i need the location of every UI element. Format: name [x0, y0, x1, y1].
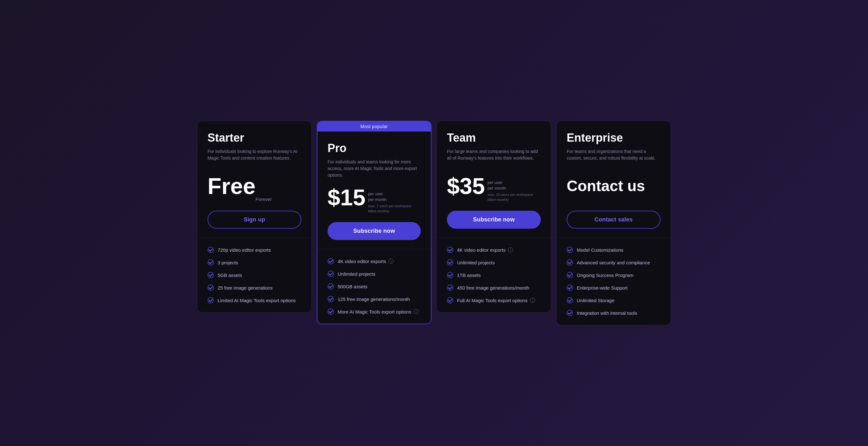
- plan-price-enterprise: Contact us: [567, 175, 660, 203]
- price-max-users-pro: max. 7 users per workspacebilled monthly: [368, 204, 411, 213]
- feature-text: Ongoing Success Program: [577, 273, 633, 278]
- plan-button-pro[interactable]: Subscribe now: [328, 222, 421, 240]
- check-circle-icon: [447, 259, 453, 266]
- feature-label: 125 free image generations/month: [338, 297, 410, 302]
- feature-item: More AI Magic Tools export options i: [328, 308, 421, 315]
- check-circle-icon: [567, 247, 573, 253]
- feature-item: 1TB assets: [447, 272, 541, 278]
- feature-label: 4K video editor exports: [457, 247, 505, 253]
- price-per-user-team: per userper month: [487, 180, 533, 191]
- price-amount-pro: $15: [328, 186, 366, 209]
- check-icon: [447, 247, 453, 253]
- feature-label: 3 projects: [218, 260, 238, 265]
- check-icon: [328, 258, 334, 264]
- feature-text: Unlimited projects: [338, 271, 375, 277]
- check-icon: [208, 272, 214, 278]
- check-icon: [567, 259, 573, 266]
- check-circle-icon: [447, 284, 453, 291]
- feature-label: Model Customizations: [577, 247, 623, 253]
- feature-label: Unlimited projects: [338, 271, 375, 277]
- check-icon: [208, 259, 214, 266]
- price-per-user-pro: per userper month: [368, 191, 411, 203]
- popular-badge: Most popular: [317, 122, 431, 132]
- check-circle-icon: [447, 272, 453, 278]
- feature-label: Advanced security and compliance: [577, 260, 650, 265]
- check-icon: [447, 259, 453, 266]
- check-circle-icon: [328, 283, 334, 289]
- plan-description-pro: For individuals and teams looking for mo…: [328, 159, 421, 178]
- feature-label: 5GB assets: [218, 273, 242, 278]
- feature-label: 4K video editor exports: [338, 259, 386, 264]
- check-icon: [328, 296, 334, 302]
- feature-label: Unlimited projects: [457, 260, 495, 265]
- feature-text: 1TB assets: [457, 273, 481, 278]
- check-icon: [208, 284, 214, 291]
- check-circle-icon: [328, 308, 334, 315]
- feature-text: 4K video editor exports i: [457, 247, 513, 253]
- check-icon: [328, 283, 334, 289]
- check-circle-icon: [567, 284, 573, 291]
- check-circle-icon: [328, 258, 334, 264]
- feature-text: Integration with internal tools: [577, 310, 637, 316]
- feature-label: Unlimited Storage: [577, 298, 614, 303]
- price-label-starter: Forever: [255, 194, 272, 202]
- plan-description-enterprise: For teams and organizations that need a …: [567, 148, 660, 167]
- plan-price-team: $35 per userper month max. 15 users per …: [447, 175, 541, 203]
- feature-text: 500GB assets: [338, 284, 367, 289]
- plan-features-starter: 720p video editor exports 3 projects 5GB…: [197, 238, 311, 312]
- plan-top-pro: ProFor individuals and teams looking for…: [317, 132, 431, 249]
- check-circle-icon: [447, 297, 453, 303]
- check-circle-icon: [567, 259, 573, 266]
- check-icon: [447, 272, 453, 278]
- feature-item: Unlimited projects: [328, 271, 421, 277]
- price-contact-enterprise: Contact us: [567, 175, 645, 194]
- feature-label: 450 free image generations/month: [457, 285, 529, 290]
- feature-item: 5GB assets: [208, 272, 301, 278]
- plan-button-team[interactable]: Subscribe now: [447, 211, 541, 229]
- price-amount-team: $35: [447, 175, 485, 198]
- feature-item: 720p video editor exports: [208, 247, 301, 253]
- check-icon: [567, 310, 573, 316]
- check-circle-icon: [328, 296, 334, 302]
- feature-item: 500GB assets: [328, 283, 421, 289]
- feature-text: Unlimited Storage: [577, 298, 614, 303]
- feature-item: Advanced security and compliance: [567, 259, 660, 266]
- info-icon[interactable]: i: [389, 259, 394, 264]
- price-max-users-team: max. 15 users per workspacebilled monthl…: [487, 193, 533, 202]
- feature-item: Ongoing Success Program: [567, 272, 660, 278]
- plan-button-starter[interactable]: Sign up: [208, 211, 301, 229]
- check-circle-icon: [567, 272, 573, 278]
- feature-label: Full AI Magic Tools export options: [457, 298, 527, 303]
- feature-text: 450 free image generations/month: [457, 285, 529, 290]
- info-icon[interactable]: i: [530, 298, 535, 303]
- feature-text: Enterprise-wide Support: [577, 285, 628, 290]
- price-details-pro: per userper month max. 7 users per works…: [368, 186, 411, 213]
- feature-item: Unlimited Storage: [567, 297, 660, 303]
- info-icon[interactable]: i: [508, 247, 513, 252]
- pricing-section: StarterFor individuals looking to explor…: [197, 121, 671, 325]
- feature-label: Enterprise-wide Support: [577, 285, 628, 290]
- check-icon: [328, 308, 334, 315]
- feature-item: 3 projects: [208, 259, 301, 266]
- feature-text: 25 free image generations: [218, 285, 273, 290]
- feature-text: 720p video editor exports: [218, 247, 271, 253]
- plan-features-team: 4K video editor exports i Unlimited proj…: [437, 238, 551, 312]
- plan-button-enterprise[interactable]: Contact sales: [567, 211, 660, 229]
- feature-text: Full AI Magic Tools export options i: [457, 298, 535, 303]
- plan-features-pro: 4K video editor exports i Unlimited proj…: [317, 249, 431, 323]
- feature-label: 720p video editor exports: [218, 247, 271, 253]
- check-circle-icon: [567, 297, 573, 303]
- info-icon[interactable]: i: [414, 309, 419, 314]
- plan-price-starter: FreeForever: [208, 175, 301, 203]
- check-icon: [328, 271, 334, 277]
- feature-item: 450 free image generations/month: [447, 284, 541, 291]
- feature-item: Enterprise-wide Support: [567, 284, 660, 291]
- plan-card-enterprise: EnterpriseFor teams and organizations th…: [556, 121, 671, 325]
- check-icon: [567, 297, 573, 303]
- check-circle-icon: [208, 284, 214, 291]
- feature-text: 125 free image generations/month: [338, 297, 410, 302]
- feature-item: 125 free image generations/month: [328, 296, 421, 302]
- feature-label: 500GB assets: [338, 284, 367, 289]
- feature-item: Integration with internal tools: [567, 310, 660, 316]
- feature-item: Full AI Magic Tools export options i: [447, 297, 541, 303]
